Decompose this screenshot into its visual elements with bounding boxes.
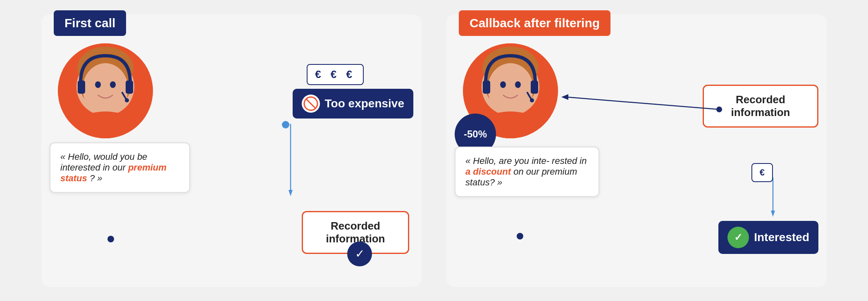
interested-badge: ✓ Interested [718,221,818,254]
svg-rect-10 [126,81,133,94]
svg-point-22 [488,63,533,114]
avatar-circle [58,43,153,138]
svg-rect-9 [78,81,85,94]
speech-bubble-2: « Hello, are you inte- rested in a disco… [455,147,599,197]
interested-label: Interested [754,231,809,244]
euro-badge-small: € [751,163,773,182]
scenario-callback: Callback after filtering -50% « Hello, a… [446,14,827,287]
svg-marker-16 [289,190,293,196]
check-circle-green: ✓ [727,227,749,248]
svg-rect-27 [531,81,538,94]
scenario-first-call: First call [41,14,422,287]
connector-dot-1 [107,236,114,242]
svg-point-6 [95,81,101,88]
svg-point-12 [125,98,129,102]
svg-line-14 [306,99,316,109]
first-call-badge: First call [54,10,126,36]
svg-rect-26 [483,81,490,94]
recorded-info-text-2: Recorded information [731,93,790,119]
svg-point-24 [515,81,521,88]
speech-bubble-1: « Hello, would you be interested in our … [50,142,190,193]
recorded-info-text-1: Recorded information [326,220,385,245]
svg-point-5 [83,63,128,114]
svg-marker-31 [561,94,568,100]
euro-symbols-badge: € € € [307,64,364,85]
connector-dot-2 [282,121,289,128]
svg-point-29 [530,98,534,102]
svg-marker-34 [771,211,775,217]
discount-label: -50% [464,128,487,140]
avatar-image [58,43,153,138]
too-expensive-badge: Too expensive [293,89,413,119]
check-circle-1: ✓ [347,242,372,266]
svg-line-30 [566,97,719,109]
no-icon [302,95,320,113]
svg-point-23 [500,81,506,88]
recorded-info-box-2: Recorded information [703,85,818,128]
svg-point-7 [110,81,116,88]
discount-text: a discount [465,166,511,177]
connector-dot-3 [517,233,523,239]
too-expensive-label: Too expensive [325,97,404,110]
callback-badge: Callback after filtering [459,10,610,36]
